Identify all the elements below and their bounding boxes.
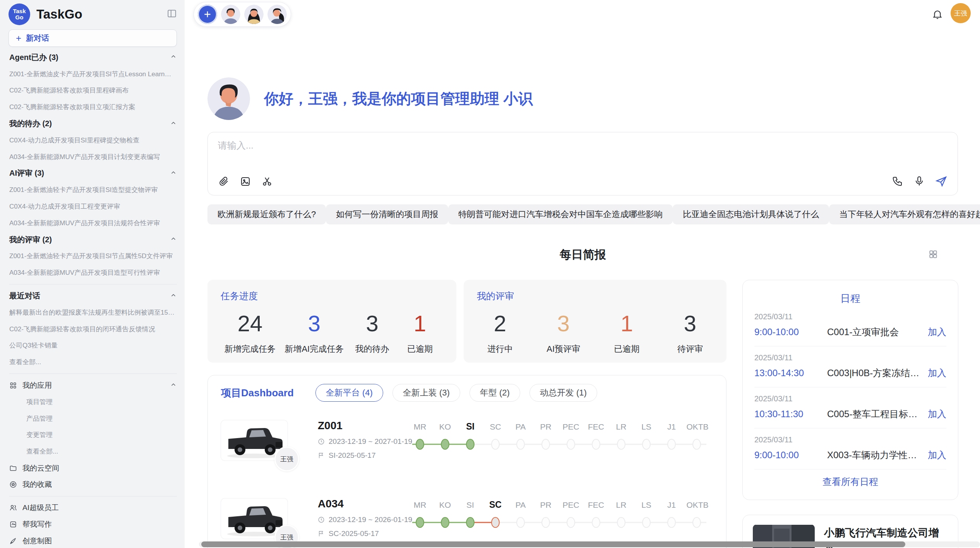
join-link[interactable]: 加入 [928,449,946,461]
milestone-node [466,517,474,527]
list-item[interactable]: Z001-全新燃油皮卡产品开发项目SI节点Lesson Learn报告 [9,66,177,82]
event-time: 9:00-10:00 [754,327,827,337]
milestone-track: MR KO SI SC PA PR PEC FEC LR LS J1 OKTB [412,419,714,457]
svg-text:FEC: FEC [588,422,604,431]
sidebar-item-change-mgmt[interactable]: 变更管理 [9,427,177,444]
list-item[interactable]: C02-飞腾新能源轻客改款项目立项汇报方案 [9,99,177,115]
sidebar-item-creative-draw[interactable]: 创意制图 [9,533,177,548]
list-item[interactable]: A034-全新新能源MUV产品开发项目法规符合性评审 [9,215,177,231]
milestone-node [542,517,550,527]
stat-in-progress: 2进行中 [481,310,519,355]
section-header-ai-review[interactable]: AI评审 (3) [9,165,177,182]
sidebar-item-project-mgmt[interactable]: 项目管理 [9,394,177,410]
assistant-avatar [207,77,250,120]
phone-icon[interactable] [892,175,903,187]
section-header-agent-done[interactable]: Agent已办 (3) [9,49,177,66]
sidebar-item-cloud-space[interactable]: 我的云空间 [9,460,177,476]
notification-bell-icon[interactable] [932,9,943,22]
send-icon[interactable] [935,175,947,187]
filter-powertrain[interactable]: 动总开发 (1) [529,384,597,402]
sidebar-item-product-mgmt[interactable]: 产品管理 [9,410,177,427]
view-all-apps[interactable]: 查看全部... [9,443,177,460]
svg-text:PR: PR [540,500,551,509]
favorites-label: 我的收藏 [22,480,52,490]
list-item[interactable]: 公司Q3轻卡销量 [9,337,177,354]
list-item[interactable]: C0X4-动力总成开发项目工程变更评审 [9,198,177,215]
suggestion-chip[interactable]: 当下年轻人对汽车外观有怎样的喜好趋势 [829,204,980,224]
star-badge-icon [9,481,17,488]
scissors-icon[interactable] [261,176,273,187]
view-all-schedule-link[interactable]: 查看所有日程 [754,476,946,488]
logo-text-top: Task [13,8,26,14]
schedule-event: 2025/03/11 10:30-11:30 C005-整车工程目标评审 加入 [754,387,946,428]
svg-text:SI: SI [466,421,475,432]
agent-avatar-2[interactable] [244,5,264,24]
sidebar-item-ai-super-staff[interactable]: AI超级员工 [9,500,177,516]
add-agent-button[interactable] [198,5,217,24]
chevron-up-icon[interactable] [170,235,177,244]
dashboard-filters: 全新平台 (4) 全新上装 (3) 年型 (2) 动总开发 (1) [315,384,597,402]
section-header-recent-chats[interactable]: 最近对话 [9,288,177,304]
filter-new-platform[interactable]: 全新平台 (4) [315,384,383,402]
list-item[interactable]: A034-全新新能源MUV产品开发项目计划变更表编写 [9,149,177,165]
list-item[interactable]: Z001-全新燃油轻卡产品开发项目SI造型提交物评审 [9,182,177,198]
agent-avatar-1[interactable] [221,5,240,24]
app-title: TaskGo [36,7,167,22]
stat-new-done: 24新增完成任务 [224,310,276,355]
suggestion-chips: 欧洲新规最近颁布了什么? 如何写一份清晰的项目周报 特朗普可能对进口汽车增税会对… [207,204,958,224]
join-link[interactable]: 加入 [928,367,946,379]
image-icon[interactable] [240,176,251,187]
main-area: 王强 你好，王强，我是你的项目管理助理 小识 请输入... [185,0,980,548]
chevron-up-icon[interactable] [170,292,177,300]
horizontal-scrollbar-track[interactable] [199,541,980,547]
join-link[interactable]: 加入 [928,408,946,420]
owner-badge: 王强 [274,447,299,471]
section-header-my-review[interactable]: 我的评审 (2) [9,231,177,248]
section-header-my-apps[interactable]: 我的应用 [9,377,177,394]
suggestion-chip[interactable]: 特朗普可能对进口汽车增税会对中国车企造成哪些影响 [448,204,673,224]
svg-text:KO: KO [439,422,451,431]
suggestion-chip[interactable]: 欧洲新规最近颁布了什么? [207,204,326,224]
agent-avatar-3[interactable] [267,5,287,24]
composer-right-icons [892,175,947,187]
help-write-label: 帮我写作 [22,519,52,529]
message-composer[interactable]: 请输入... [207,132,958,195]
project-row-a034[interactable]: 王强 A034 2023-12-19 ~ 2026-01-19 SC-2025-… [221,497,713,548]
filter-model-year[interactable]: 年型 (2) [469,384,520,402]
sidebar-item-favorites[interactable]: 我的收藏 [9,476,177,493]
filter-new-body[interactable]: 全新上装 (3) [392,384,460,402]
microphone-icon[interactable] [913,175,925,187]
user-avatar[interactable]: 王强 [951,3,971,23]
attachment-icon[interactable] [218,176,230,187]
sidebar-item-help-write[interactable]: 帮我写作 [9,516,177,533]
svg-text:FEC: FEC [588,500,604,509]
list-item[interactable]: C0X4-动力总成开发项目SI里程碑提交物检查 [9,132,177,149]
list-item[interactable]: A034-全新新能源MUV产品开发项目造型可行性评审 [9,264,177,281]
milestone-node-overdue [492,517,499,527]
list-item[interactable]: 解释最新出台的欧盟报废车法规再生塑料比例被调至15%... [9,304,177,321]
chevron-up-icon[interactable] [170,120,177,128]
chevron-up-icon[interactable] [170,169,177,178]
collapse-sidebar-icon[interactable] [167,9,177,20]
event-date: 2025/03/11 [754,435,946,444]
suggestion-chip[interactable]: 比亚迪全固态电池计划具体说了什么 [673,204,829,224]
view-all-recent[interactable]: 查看全部... [9,354,177,370]
new-chat-button[interactable]: + 新对话 [9,29,177,47]
list-item[interactable]: C02-飞腾新能源轻客改款项目里程碑画布 [9,82,177,99]
project-row-z001[interactable]: 王强 Z001 2023-12-19 ~ 2027-01-19 SI-2025-… [221,419,713,480]
list-item[interactable]: C02-飞腾新能源轻客改款项目的闭环通告反馈情况 [9,321,177,337]
join-link[interactable]: 加入 [928,326,946,338]
layout-grid-icon[interactable] [928,249,938,261]
list-item[interactable]: Z001-全新燃油轻卡产品开发项目SI节点属性5D文件评审 [9,248,177,265]
section-header-my-todo[interactable]: 我的待办 (2) [9,115,177,132]
suggestion-chip[interactable]: 如何写一份清晰的项目周报 [326,204,448,224]
svg-text:MR: MR [414,500,427,509]
my-apps-label: 我的应用 [22,380,52,390]
chevron-up-icon[interactable] [170,53,177,62]
horizontal-scrollbar-thumb[interactable] [201,541,905,547]
chevron-up-icon[interactable] [170,381,177,390]
milestone-node [416,517,424,527]
task-progress-card: 任务进度 24新增完成任务 3新增AI完成任务 3我的待办 1已逾期 [207,280,456,363]
plus-icon: + [16,33,21,44]
milestone-node [693,517,701,527]
